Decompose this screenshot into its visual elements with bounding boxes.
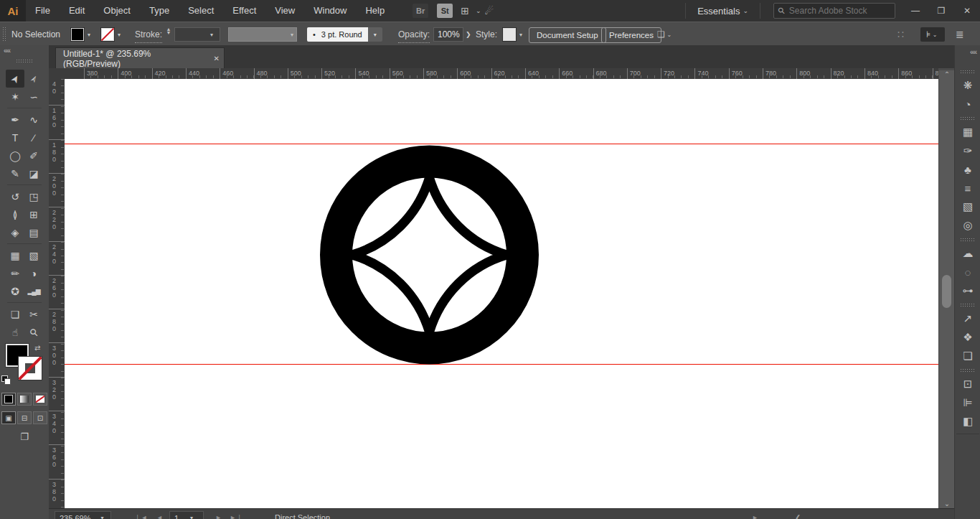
workspace-grid-icon[interactable]: ∷ bbox=[897, 27, 904, 42]
mesh-tool[interactable]: ▦ bbox=[6, 246, 24, 264]
tab-close-icon[interactable]: ✕ bbox=[209, 55, 224, 62]
magic-wand-tool[interactable]: ✶ bbox=[6, 88, 24, 106]
menu-effect[interactable]: Effect bbox=[223, 0, 265, 22]
panel-symbols-icon[interactable]: ♣ bbox=[955, 160, 980, 179]
color-mode-button[interactable] bbox=[1, 393, 16, 406]
hand-tool[interactable]: ☝ bbox=[6, 323, 24, 341]
stroke-color-control[interactable]: ▾ bbox=[100, 27, 123, 42]
document-setup-button[interactable]: Document Setup bbox=[529, 27, 606, 43]
blend-tool[interactable]: ◑ bbox=[24, 264, 43, 282]
scrollbar-thumb[interactable] bbox=[942, 275, 951, 308]
menu-file[interactable]: File bbox=[26, 0, 60, 22]
dock-grip[interactable] bbox=[960, 70, 976, 73]
menu-window[interactable]: Window bbox=[304, 0, 356, 22]
pen-tool[interactable]: ✒ bbox=[6, 111, 24, 128]
draw-inside-button[interactable]: ⊡ bbox=[33, 411, 47, 424]
symbol-sprayer-tool[interactable]: ✪ bbox=[6, 282, 24, 300]
collapse-toolbar-icon[interactable]: «« bbox=[4, 47, 10, 55]
none-mode-button[interactable] bbox=[33, 393, 47, 406]
eyedropper-tool[interactable]: ✏ bbox=[6, 264, 24, 282]
artboard-tool[interactable]: ❏ bbox=[6, 305, 24, 323]
scale-tool[interactable]: ◳ bbox=[24, 187, 43, 205]
vertical-scrollbar[interactable]: ⌃ ⌄ bbox=[938, 70, 955, 510]
panel-color-themes-icon[interactable]: ◌ bbox=[955, 263, 980, 281]
chevron-down-icon[interactable]: ▾ bbox=[98, 515, 106, 519]
type-tool[interactable]: T bbox=[6, 128, 24, 146]
restore-button[interactable]: ❐ bbox=[928, 0, 954, 22]
panel-menu-icon[interactable]: ≣ bbox=[956, 27, 964, 42]
canvas[interactable] bbox=[65, 79, 938, 508]
gpu-performance-icon[interactable]: ☄ bbox=[485, 5, 494, 17]
menu-view[interactable]: View bbox=[265, 0, 304, 22]
panel-stroke-icon[interactable]: ≡ bbox=[955, 179, 980, 197]
chevron-down-icon[interactable]: ▾ bbox=[517, 32, 525, 38]
column-graph-tool[interactable]: ▂▄▆ bbox=[24, 282, 43, 300]
style-control[interactable]: ▾ bbox=[502, 27, 525, 42]
minimize-button[interactable]: — bbox=[903, 0, 928, 22]
panel-grip[interactable] bbox=[2, 27, 6, 42]
select-similar-control[interactable]: ❏ ⌄ bbox=[657, 27, 674, 42]
ruler-origin-corner[interactable] bbox=[49, 68, 65, 79]
dock-grip[interactable] bbox=[960, 116, 976, 120]
menu-help[interactable]: Help bbox=[356, 0, 394, 22]
curvature-tool[interactable]: ∿ bbox=[24, 111, 43, 128]
artboard-last-button[interactable]: ►❘ bbox=[230, 511, 242, 519]
panel-layers-icon[interactable]: ❖ bbox=[955, 328, 980, 347]
artwork-crest[interactable] bbox=[65, 79, 938, 508]
stock-icon[interactable]: St bbox=[437, 4, 453, 18]
fill-color-control[interactable]: ▾ bbox=[70, 27, 93, 42]
panel-align-icon[interactable]: ⊫ bbox=[955, 393, 980, 412]
stroke-width-stepper[interactable]: ▲▼ bbox=[165, 27, 172, 42]
ellipse-tool[interactable]: ◯ bbox=[6, 146, 24, 164]
scroll-up-icon[interactable]: ⌃ bbox=[939, 70, 955, 80]
bridge-icon[interactable]: Br bbox=[413, 4, 428, 18]
menu-object[interactable]: Object bbox=[94, 0, 140, 22]
style-swatch[interactable] bbox=[502, 27, 517, 42]
chevron-down-icon[interactable]: ⌄ bbox=[665, 32, 674, 38]
panel-swatches-icon[interactable]: ▦ bbox=[955, 123, 980, 141]
dock-control-button[interactable]: ⊧ ⌄ bbox=[920, 27, 945, 42]
search-input[interactable] bbox=[788, 5, 884, 17]
artboard-next-button[interactable]: ► bbox=[215, 511, 222, 519]
panel-links-icon[interactable]: ⊶ bbox=[955, 281, 980, 300]
artboard-first-button[interactable]: ❘◄ bbox=[135, 511, 148, 519]
direct-selection-tool[interactable]: ➣ bbox=[24, 70, 43, 88]
dock-grip[interactable] bbox=[960, 368, 976, 372]
chevron-down-icon[interactable]: ▾ bbox=[85, 32, 93, 38]
brush-definition[interactable]: • 3 pt. Round ▾ bbox=[307, 27, 382, 42]
opacity-field[interactable]: 100% bbox=[433, 27, 463, 42]
panel-gradient-icon[interactable]: ▧ bbox=[955, 197, 980, 216]
panel-color-guide-icon[interactable]: ◔ bbox=[955, 95, 980, 113]
select-similar-icon[interactable]: ❏ bbox=[657, 29, 665, 39]
status-expand-icon[interactable]: ► bbox=[752, 511, 759, 519]
menu-edit[interactable]: Edit bbox=[60, 0, 94, 22]
width-tool[interactable]: ≬ bbox=[6, 205, 24, 223]
arrange-documents-icon[interactable]: ⊞ bbox=[461, 5, 469, 17]
stroke-width-field[interactable]: ▾ bbox=[174, 27, 220, 42]
document-tab[interactable]: Untitled-1* @ 235.69% (RGB/Preview) ✕ bbox=[55, 47, 225, 69]
draw-normal-button[interactable]: ▣ bbox=[1, 411, 16, 424]
ruler-vertical[interactable]: 1 4 01 6 01 8 02 0 02 2 02 4 02 6 02 8 0… bbox=[49, 79, 65, 508]
shape-builder-tool[interactable]: ◈ bbox=[6, 223, 24, 241]
artboard-field[interactable]: 1 ▾ bbox=[169, 511, 204, 519]
stroke-panel-link[interactable]: Stroke: bbox=[135, 27, 162, 43]
zoom-level-field[interactable]: 235.69% ▾ bbox=[55, 511, 111, 519]
opacity-panel-link[interactable]: Opacity: bbox=[398, 27, 430, 43]
panel-pathfinder-icon[interactable]: ◧ bbox=[955, 412, 980, 431]
menu-type[interactable]: Type bbox=[140, 0, 179, 22]
panel-brushes-icon[interactable]: ✑ bbox=[955, 141, 980, 160]
dock-grip[interactable] bbox=[960, 238, 976, 241]
status-back-icon[interactable]: ❮ bbox=[795, 511, 801, 519]
chevron-down-icon[interactable]: ▾ bbox=[207, 32, 216, 38]
gradient-tool[interactable]: ▧ bbox=[24, 246, 43, 264]
opacity-stepper-icon[interactable]: ❯ bbox=[463, 27, 473, 42]
selection-tool[interactable]: ➤ bbox=[6, 70, 24, 88]
menu-select[interactable]: Select bbox=[179, 0, 223, 22]
screen-mode-icon[interactable]: ❐ bbox=[20, 431, 29, 442]
zoom-tool[interactable]: ⚲ bbox=[24, 323, 43, 341]
eraser-tool[interactable]: ◪ bbox=[24, 164, 43, 182]
preferences-button[interactable]: Preferences bbox=[601, 27, 661, 43]
swap-fill-stroke-icon[interactable]: ⇄ bbox=[34, 344, 40, 352]
panel-color-icon[interactable]: ❋ bbox=[955, 76, 980, 95]
panel-transparency-icon[interactable]: ◎ bbox=[955, 216, 980, 235]
